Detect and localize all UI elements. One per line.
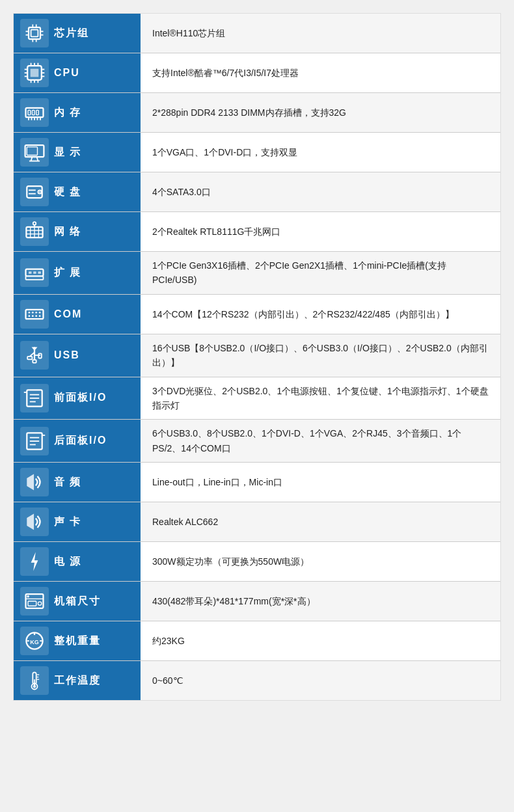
svg-point-60	[29, 312, 31, 314]
svg-rect-38	[27, 147, 37, 156]
label-text-expansion: 扩 展	[54, 266, 81, 280]
value-cell-chassis: 430(482带耳朵)*481*177mm(宽*深*高）	[141, 582, 500, 621]
value-text-power: 300W额定功率（可更换为550W电源）	[152, 554, 309, 569]
svg-marker-69	[32, 347, 38, 351]
label-cell-chipset: 芯片组	[14, 14, 141, 53]
svg-rect-54	[33, 272, 36, 275]
label-text-soundcard: 声 卡	[54, 515, 81, 529]
rear-panel-icon	[20, 427, 49, 455]
weight-icon: KG	[20, 627, 49, 655]
value-text-chipset: Intel®H110芯片组	[152, 26, 225, 40]
label-text-rear-io: 后面板I/O	[54, 434, 107, 448]
svg-point-51	[33, 222, 36, 225]
spec-row-harddisk: 硬 盘 4个SATA3.0口	[14, 172, 500, 212]
value-text-audio: Line-out口，Line-in口，Mic-in口	[152, 475, 282, 489]
spec-row-network: 网 络 2个Realtek RTL8111G千兆网口	[14, 212, 500, 252]
expansion-icon	[20, 258, 49, 287]
display-icon	[20, 138, 49, 167]
usb-icon	[20, 341, 49, 370]
value-text-temperature: 0~60℃	[152, 673, 183, 688]
svg-marker-85	[27, 475, 33, 489]
network-icon	[20, 217, 49, 246]
spec-row-front-io: 前面板I/O 3个DVD光驱位、2个USB2.0、1个电源按钮、1个复位键、1个…	[14, 377, 500, 420]
svg-point-101	[33, 685, 36, 688]
label-text-weight: 整机重量	[54, 634, 101, 648]
spec-row-weight: KG 整机重量 约23KG	[14, 621, 500, 661]
spec-row-power: 电 源 300W额定功率（可更换为550W电源）	[14, 542, 500, 582]
svg-rect-53	[29, 272, 32, 275]
value-cell-display: 1个VGA口、1个DVI-D口，支持双显	[141, 133, 500, 172]
value-text-harddisk: 4个SATA3.0口	[152, 185, 211, 199]
spec-row-usb: USB 16个USB【8个USB2.0（I/O接口）、6个USB3.0（I/O接…	[14, 334, 500, 377]
value-cell-memory: 2*288pin DDR4 2133 DIMM内存插槽，支持32G	[141, 93, 500, 132]
svg-point-43	[39, 191, 40, 193]
svg-point-63	[39, 312, 41, 314]
svg-rect-59	[26, 310, 44, 319]
value-cell-com: 14个COM【12个RS232（内部引出）、2个RS232/422/485（内部…	[141, 295, 500, 334]
value-text-weight: 约23KG	[152, 634, 185, 648]
label-cell-harddisk: 硬 盘	[14, 172, 141, 211]
value-cell-usb: 16个USB【8个USB2.0（I/O接口）、6个USB3.0（I/O接口）、2…	[141, 334, 500, 377]
svg-rect-71	[27, 357, 32, 360]
value-cell-cpu: 支持Intel®酷睿™6/7代I3/I5/I7处理器	[141, 53, 500, 92]
value-text-usb: 16个USB【8个USB2.0（I/O接口）、6个USB3.0（I/O接口）、2…	[152, 341, 489, 370]
svg-rect-73	[38, 353, 42, 358]
label-text-chipset: 芯片组	[54, 27, 89, 40]
spec-row-chipset: 芯片组 Intel®H110芯片组	[14, 14, 500, 53]
value-text-rear-io: 6个USB3.0、8个USB2.0、1个DVI-D、1个VGA、2个RJ45、3…	[152, 426, 489, 455]
label-text-power: 电 源	[54, 555, 81, 569]
label-cell-display: 显 示	[14, 133, 141, 172]
label-cell-soundcard: 声 卡	[14, 502, 141, 541]
label-text-temperature: 工作温度	[54, 674, 101, 688]
value-cell-expansion: 1个PCIe Gen3X16插槽、2个PCIe Gen2X1插槽、1个mini-…	[141, 252, 500, 294]
value-text-chassis: 430(482带耳朵)*481*177mm(宽*深*高）	[152, 594, 316, 608]
label-text-com: COM	[54, 308, 82, 320]
value-text-display: 1个VGA口、1个DVI-D口，支持双显	[152, 145, 297, 159]
harddisk-icon	[20, 178, 49, 206]
value-text-front-io: 3个DVD光驱位、2个USB2.0、1个电源按钮、1个复位键、1个电源指示灯、1…	[152, 384, 489, 413]
label-text-front-io: 前面板I/O	[54, 391, 107, 405]
spec-row-display: 显 示 1个VGA口、1个DVI-D口，支持双显	[14, 133, 500, 172]
svg-rect-55	[38, 272, 41, 275]
value-text-cpu: 支持Intel®酷睿™6/7代I3/I5/I7处理器	[152, 66, 299, 80]
label-text-display: 显 示	[54, 146, 81, 159]
label-cell-power: 电 源	[14, 542, 141, 581]
value-text-network: 2个Realtek RTL8111G千兆网口	[152, 224, 280, 239]
spec-row-audio: 音 频 Line-out口，Line-in口，Mic-in口	[14, 463, 500, 502]
label-cell-com: COM	[14, 295, 141, 334]
memory-icon	[20, 98, 49, 127]
label-text-usb: USB	[54, 349, 80, 361]
chipset-icon	[20, 19, 49, 47]
spec-row-soundcard: 声 卡 Realtek ALC662	[14, 502, 500, 542]
svg-rect-91	[28, 601, 36, 606]
svg-rect-26	[32, 110, 34, 115]
value-text-expansion: 1个PCIe Gen3X16插槽、2个PCIe Gen2X1插槽、1个mini-…	[152, 258, 489, 288]
value-cell-harddisk: 4个SATA3.0口	[141, 172, 500, 211]
label-text-harddisk: 硬 盘	[54, 185, 81, 199]
label-cell-cpu: CPU	[14, 53, 141, 92]
label-text-network: 网 络	[54, 225, 81, 239]
value-text-com: 14个COM【12个RS232（内部引出）、2个RS232/422/485（内部…	[152, 307, 454, 321]
label-text-audio: 音 频	[54, 476, 81, 489]
value-cell-network: 2个Realtek RTL8111G千兆网口	[141, 212, 500, 251]
label-cell-temperature: 工作温度	[14, 661, 141, 700]
svg-marker-87	[31, 552, 38, 571]
label-cell-chassis: 机箱尺寸	[14, 582, 141, 621]
spec-row-com: COM 14个COM【12个RS232（内部引出）、2个RS232/422/48…	[14, 295, 500, 334]
spec-row-cpu: CPU 支持Intel®酷睿™6/7代I3/I5/I7处理器	[14, 53, 500, 93]
svg-point-66	[35, 315, 37, 317]
spec-row-rear-io: 后面板I/O 6个USB3.0、8个USB2.0、1个DVI-D、1个VGA、2…	[14, 420, 500, 463]
spec-row-temperature: 工作温度 0~60℃	[14, 661, 500, 700]
label-cell-front-io: 前面板I/O	[14, 377, 141, 420]
value-cell-soundcard: Realtek ALC662	[141, 502, 500, 541]
svg-point-62	[35, 312, 37, 314]
svg-point-64	[29, 315, 31, 317]
label-cell-network: 网 络	[14, 212, 141, 251]
label-cell-audio: 音 频	[14, 463, 141, 502]
svg-point-92	[38, 602, 41, 605]
spec-table: 芯片组 Intel®H110芯片组 CPU 支持Intel®酷睿™6/7代I3/…	[13, 13, 501, 701]
label-text-cpu: CPU	[54, 67, 80, 79]
label-text-chassis: 机箱尺寸	[54, 595, 101, 608]
svg-point-61	[32, 312, 34, 314]
svg-marker-86	[27, 515, 33, 529]
